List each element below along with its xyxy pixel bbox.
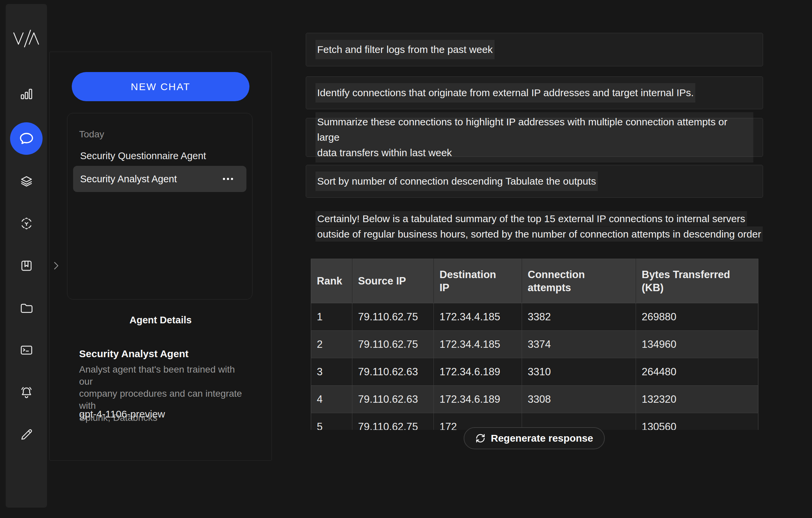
table-cell: 132320 [636,386,758,413]
table-cell: 172.34.6.189 [434,386,522,413]
brand-logo-icon [6,28,47,49]
conversation-panel: NEW CHAT Today Security Questionnaire Ag… [49,52,272,461]
edit-icon[interactable] [6,427,47,443]
table-cell: 134960 [636,331,758,358]
table-cell: 79.110.62.75 [352,331,434,358]
table-cell: 1 [311,303,352,331]
chat-item-security-analyst-agent[interactable]: Security Analyst Agent [73,166,246,192]
regenerate-response-button[interactable]: Regenerate response [464,427,605,449]
table-cell: 172.34.4.185 [434,303,522,331]
table-cell: 5 [311,413,352,430]
table-cell: 3308 [522,386,636,413]
header-cell-connection-attempts: Connection attempts [522,259,636,303]
chat-icon[interactable] [10,122,42,155]
bookmark-icon[interactable] [6,258,47,274]
more-options-icon[interactable] [222,177,234,181]
folder-icon[interactable] [6,300,47,316]
history-section-label: Today [79,129,104,140]
refresh-icon [475,433,486,443]
table-cell: 2 [311,331,352,358]
user-message: Fetch and filter logs from the past week [306,33,763,66]
new-chat-button[interactable]: NEW CHAT [72,72,250,101]
table-cell: 4 [311,386,352,413]
table-row: 2 79.110.62.75 172.34.4.185 3374 134960 [311,331,758,358]
agent-details-heading: Agent Details [50,315,271,326]
header-cell-source-ip: Source IP [352,259,434,303]
table-cell: 172.34.4.185 [434,331,522,358]
orbit-scan-icon[interactable] [6,215,47,232]
results-table: Rank Source IP Destination IP Connection… [311,259,758,430]
terminal-icon[interactable] [6,342,47,358]
regenerate-label: Regenerate response [491,432,593,444]
table-row: 1 79.110.62.75 172.34.4.185 3382 269880 [311,303,758,331]
user-message: Identify connections that originate from… [306,77,763,109]
table-cell: 79.110.62.63 [352,358,434,386]
table-cell: 172.34.6.189 [434,358,522,386]
header-cell-bytes-transferred: Bytes Transferred (KB) [636,259,758,303]
table-row: 4 79.110.62.63 172.34.6.189 3308 132320 [311,386,758,413]
table-cell: 3310 [522,358,636,386]
assistant-message: Certainly! Below is a tabulated summary … [316,211,763,242]
bell-icon[interactable] [6,384,47,400]
user-message-text: Summarize these connections to highlight… [316,112,753,162]
analytics-icon[interactable] [6,86,47,102]
table-cell: 79.110.62.75 [352,303,434,331]
layers-icon[interactable] [6,173,47,189]
chat-item-title: Security Questionnaire Agent [80,150,206,161]
table-cell: 130560 [636,413,758,430]
table-cell: 269880 [636,303,758,331]
table-row: 3 79.110.62.63 172.34.6.189 3310 264480 [311,358,758,386]
header-cell-destination-ip: Destination IP [434,259,522,303]
table-cell: 79.110.62.63 [352,386,434,413]
user-message: Sort by number of connection descending … [306,165,763,198]
chat-history-card: Today Security Questionnaire Agent Secur… [67,113,253,300]
chat-message-area: Fetch and filter logs from the past week… [306,0,763,430]
table-cell: 79.110.62.75 [352,413,434,430]
user-message-text: Sort by number of connection descending … [316,172,598,191]
user-message: Summarize these connections to highlight… [306,118,763,157]
table-header-row: Rank Source IP Destination IP Connection… [311,259,758,303]
assistant-message-text: Certainly! Below is a tabulated summary … [316,211,763,242]
table-cell: 3374 [522,331,636,358]
agent-model: gpt-4-1106-preview [79,408,165,420]
agent-name: Security Analyst Agent [79,348,188,360]
chat-item-security-questionnaire-agent[interactable]: Security Questionnaire Agent [80,148,242,164]
icon-rail [6,4,47,508]
header-cell-rank: Rank [311,259,352,303]
chat-item-title: Security Analyst Agent [80,174,177,185]
user-message-text: Identify connections that originate from… [316,83,695,102]
table-cell: 3 [311,358,352,386]
table-cell: 264480 [636,358,758,386]
user-message-text: Fetch and filter logs from the past week [316,40,494,59]
table-cell: 3382 [522,303,636,331]
